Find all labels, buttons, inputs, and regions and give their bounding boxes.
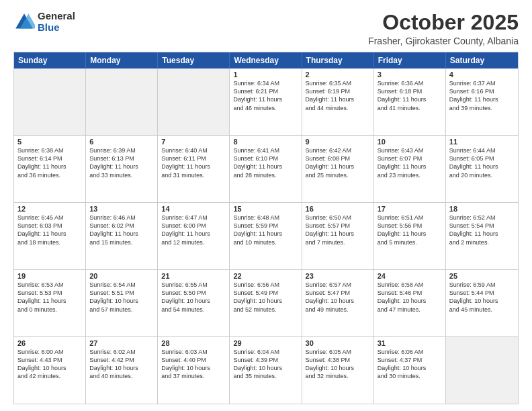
day-cell: 13Sunrise: 6:46 AM Sunset: 6:02 PM Dayli… xyxy=(86,203,158,269)
day-cell: 27Sunrise: 6:02 AM Sunset: 4:42 PM Dayli… xyxy=(86,337,158,404)
day-info: Sunrise: 6:56 AM Sunset: 5:49 PM Dayligh… xyxy=(233,281,298,314)
day-number: 10 xyxy=(378,138,442,146)
day-info: Sunrise: 6:02 AM Sunset: 4:42 PM Dayligh… xyxy=(89,348,154,381)
day-cell xyxy=(158,68,230,135)
week-row-5: 26Sunrise: 6:00 AM Sunset: 4:43 PM Dayli… xyxy=(14,336,518,404)
day-number: 14 xyxy=(161,205,226,213)
logo-blue: Blue xyxy=(38,22,75,34)
day-cell: 1Sunrise: 6:34 AM Sunset: 6:21 PM Daylig… xyxy=(230,68,302,135)
day-info: Sunrise: 6:37 AM Sunset: 6:16 PM Dayligh… xyxy=(449,79,515,112)
day-header-sunday: Sunday xyxy=(14,52,86,68)
day-number: 26 xyxy=(17,339,82,347)
day-info: Sunrise: 6:42 AM Sunset: 6:08 PM Dayligh… xyxy=(306,146,370,179)
day-cell: 23Sunrise: 6:57 AM Sunset: 5:47 PM Dayli… xyxy=(302,270,374,336)
day-cell: 22Sunrise: 6:56 AM Sunset: 5:49 PM Dayli… xyxy=(230,270,302,336)
day-info: Sunrise: 6:05 AM Sunset: 4:38 PM Dayligh… xyxy=(306,348,370,381)
day-number: 18 xyxy=(449,205,515,213)
day-number: 21 xyxy=(161,272,226,280)
day-header-monday: Monday xyxy=(86,52,158,68)
day-cell: 10Sunrise: 6:43 AM Sunset: 6:07 PM Dayli… xyxy=(374,136,446,202)
logo-general: General xyxy=(38,11,75,22)
day-number: 1 xyxy=(233,71,298,79)
day-headers: SundayMondayTuesdayWednesdayThursdayFrid… xyxy=(14,52,518,68)
day-number: 25 xyxy=(449,272,515,280)
day-info: Sunrise: 6:46 AM Sunset: 6:02 PM Dayligh… xyxy=(89,214,154,246)
day-info: Sunrise: 6:51 AM Sunset: 5:56 PM Dayligh… xyxy=(378,214,442,246)
day-cell: 2Sunrise: 6:35 AM Sunset: 6:19 PM Daylig… xyxy=(302,68,374,135)
week-row-1: 1Sunrise: 6:34 AM Sunset: 6:21 PM Daylig… xyxy=(14,68,518,135)
day-number: 4 xyxy=(449,71,515,79)
page: General Blue October 2025 Frasher, Gjiro… xyxy=(0,0,532,411)
header: General Blue October 2025 Frasher, Gjiro… xyxy=(13,11,519,46)
day-number: 24 xyxy=(378,272,442,280)
day-header-tuesday: Tuesday xyxy=(158,52,230,68)
day-number: 8 xyxy=(233,138,298,146)
day-cell: 3Sunrise: 6:36 AM Sunset: 6:18 PM Daylig… xyxy=(374,68,446,135)
day-header-friday: Friday xyxy=(374,52,446,68)
day-info: Sunrise: 6:41 AM Sunset: 6:10 PM Dayligh… xyxy=(233,146,298,179)
day-info: Sunrise: 6:35 AM Sunset: 6:19 PM Dayligh… xyxy=(306,79,370,112)
day-info: Sunrise: 6:44 AM Sunset: 6:05 PM Dayligh… xyxy=(449,146,515,179)
day-number: 16 xyxy=(306,205,370,213)
day-header-saturday: Saturday xyxy=(446,52,518,68)
day-cell: 26Sunrise: 6:00 AM Sunset: 4:43 PM Dayli… xyxy=(14,337,86,404)
day-number: 9 xyxy=(306,138,370,146)
day-info: Sunrise: 6:48 AM Sunset: 5:59 PM Dayligh… xyxy=(233,214,298,246)
day-number: 27 xyxy=(89,339,154,347)
day-number: 29 xyxy=(233,339,298,347)
calendar: SundayMondayTuesdayWednesdayThursdayFrid… xyxy=(13,52,519,404)
day-number: 19 xyxy=(17,272,82,280)
day-cell: 29Sunrise: 6:04 AM Sunset: 4:39 PM Dayli… xyxy=(230,337,302,404)
day-cell xyxy=(86,68,158,135)
day-number: 28 xyxy=(161,339,226,347)
day-cell: 17Sunrise: 6:51 AM Sunset: 5:56 PM Dayli… xyxy=(374,203,446,269)
logo-icon xyxy=(13,11,35,33)
day-header-thursday: Thursday xyxy=(302,52,374,68)
day-cell xyxy=(446,337,518,404)
day-cell: 11Sunrise: 6:44 AM Sunset: 6:05 PM Dayli… xyxy=(446,136,518,202)
day-info: Sunrise: 6:55 AM Sunset: 5:50 PM Dayligh… xyxy=(161,281,226,314)
day-info: Sunrise: 6:06 AM Sunset: 4:37 PM Dayligh… xyxy=(378,348,442,381)
day-number: 5 xyxy=(17,138,82,146)
day-number: 31 xyxy=(378,339,442,347)
calendar-body: 1Sunrise: 6:34 AM Sunset: 6:21 PM Daylig… xyxy=(14,68,518,404)
day-cell: 6Sunrise: 6:39 AM Sunset: 6:13 PM Daylig… xyxy=(86,136,158,202)
day-number: 11 xyxy=(449,138,515,146)
location: Frasher, Gjirokaster County, Albania xyxy=(368,36,519,46)
day-info: Sunrise: 6:47 AM Sunset: 6:00 PM Dayligh… xyxy=(161,214,226,246)
day-info: Sunrise: 6:34 AM Sunset: 6:21 PM Dayligh… xyxy=(233,79,298,112)
day-cell: 19Sunrise: 6:53 AM Sunset: 5:53 PM Dayli… xyxy=(14,270,86,336)
day-info: Sunrise: 6:36 AM Sunset: 6:18 PM Dayligh… xyxy=(378,79,442,112)
day-info: Sunrise: 6:58 AM Sunset: 5:46 PM Dayligh… xyxy=(378,281,442,314)
day-info: Sunrise: 6:00 AM Sunset: 4:43 PM Dayligh… xyxy=(17,348,82,381)
day-cell: 7Sunrise: 6:40 AM Sunset: 6:11 PM Daylig… xyxy=(158,136,230,202)
week-row-2: 5Sunrise: 6:38 AM Sunset: 6:14 PM Daylig… xyxy=(14,135,518,202)
day-number: 6 xyxy=(89,138,154,146)
day-info: Sunrise: 6:04 AM Sunset: 4:39 PM Dayligh… xyxy=(233,348,298,381)
day-info: Sunrise: 6:38 AM Sunset: 6:14 PM Dayligh… xyxy=(17,146,82,179)
day-cell: 28Sunrise: 6:03 AM Sunset: 4:40 PM Dayli… xyxy=(158,337,230,404)
day-cell: 25Sunrise: 6:59 AM Sunset: 5:44 PM Dayli… xyxy=(446,270,518,336)
day-cell: 16Sunrise: 6:50 AM Sunset: 5:57 PM Dayli… xyxy=(302,203,374,269)
day-info: Sunrise: 6:40 AM Sunset: 6:11 PM Dayligh… xyxy=(161,146,226,179)
day-cell: 14Sunrise: 6:47 AM Sunset: 6:00 PM Dayli… xyxy=(158,203,230,269)
day-info: Sunrise: 6:52 AM Sunset: 5:54 PM Dayligh… xyxy=(449,214,515,246)
day-info: Sunrise: 6:39 AM Sunset: 6:13 PM Dayligh… xyxy=(89,146,154,179)
day-number: 22 xyxy=(233,272,298,280)
day-info: Sunrise: 6:45 AM Sunset: 6:03 PM Dayligh… xyxy=(17,214,82,246)
month-title: October 2025 xyxy=(368,11,519,34)
day-number: 2 xyxy=(306,71,370,79)
day-number: 3 xyxy=(378,71,442,79)
day-number: 7 xyxy=(161,138,226,146)
day-number: 23 xyxy=(306,272,370,280)
day-info: Sunrise: 6:53 AM Sunset: 5:53 PM Dayligh… xyxy=(17,281,82,314)
day-info: Sunrise: 6:54 AM Sunset: 5:51 PM Dayligh… xyxy=(89,281,154,314)
day-cell: 12Sunrise: 6:45 AM Sunset: 6:03 PM Dayli… xyxy=(14,203,86,269)
day-info: Sunrise: 6:43 AM Sunset: 6:07 PM Dayligh… xyxy=(378,146,442,179)
day-header-wednesday: Wednesday xyxy=(230,52,302,68)
day-number: 17 xyxy=(378,205,442,213)
week-row-3: 12Sunrise: 6:45 AM Sunset: 6:03 PM Dayli… xyxy=(14,202,518,269)
day-cell: 9Sunrise: 6:42 AM Sunset: 6:08 PM Daylig… xyxy=(302,136,374,202)
day-cell: 18Sunrise: 6:52 AM Sunset: 5:54 PM Dayli… xyxy=(446,203,518,269)
day-cell: 4Sunrise: 6:37 AM Sunset: 6:16 PM Daylig… xyxy=(446,68,518,135)
